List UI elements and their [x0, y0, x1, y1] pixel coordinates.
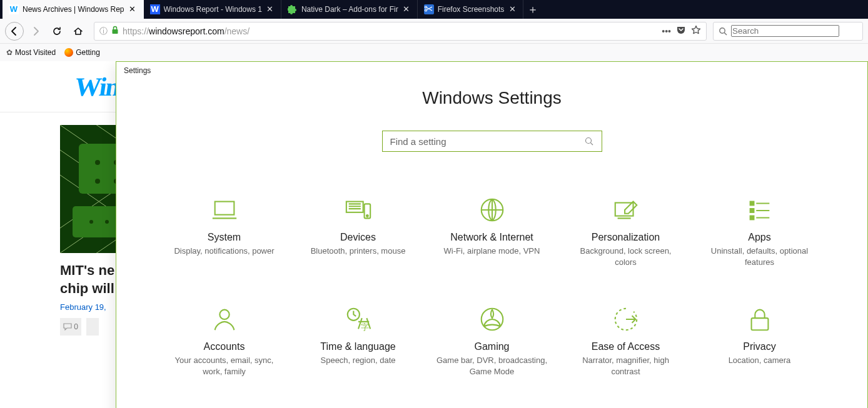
category-privacy[interactable]: Privacy Location, camera [704, 305, 816, 377]
close-icon[interactable]: ✕ [128, 5, 137, 14]
close-icon[interactable]: ✕ [508, 5, 517, 14]
bookmark-most-visited[interactable]: ✿ Most Visited [6, 48, 56, 57]
ease-icon [612, 305, 640, 334]
tab-native-dark[interactable]: Native Dark – Add-ons for Fir ✕ [281, 0, 418, 19]
tab-firefox-screenshots[interactable]: Firefox Screenshots ✕ [418, 0, 524, 19]
pocket-icon[interactable] [676, 25, 686, 37]
category-name: Gaming [474, 341, 509, 352]
category-apps[interactable]: Apps Uninstall, defaults, optional featu… [704, 196, 816, 267]
category-desc: Background, lock screen, colors [570, 246, 682, 267]
nav-toolbar: ⓘ https://windowsreport.com/news/ ••• [0, 19, 868, 44]
svg-rect-26 [750, 216, 754, 220]
svg-point-27 [220, 310, 229, 319]
category-name: Personalization [592, 232, 660, 243]
category-time-language[interactable]: 字 Time & language Speech, region, date [302, 305, 415, 377]
category-name: Privacy [743, 341, 775, 352]
more-actions-icon[interactable]: ••• [662, 26, 671, 36]
category-ease-of-access[interactable]: Ease of Access Narrator, magnifier, high… [570, 305, 682, 377]
site-logo[interactable]: Win [73, 72, 121, 102]
category-accounts[interactable]: Accounts Your accounts, email, sync, wor… [168, 305, 281, 377]
bookmark-label: Getting [76, 48, 100, 57]
identity-info-icon[interactable]: ⓘ [99, 26, 108, 37]
search-icon [719, 27, 727, 36]
tab-strip: W News Archives | Windows Rep ✕ W Window… [0, 0, 868, 19]
share-button[interactable] [86, 318, 99, 336]
close-icon[interactable]: ✕ [402, 5, 411, 14]
reload-button[interactable] [48, 22, 66, 41]
favicon-wr-icon: W [150, 4, 160, 14]
category-name: Network & Internet [450, 232, 533, 243]
svg-rect-24 [750, 202, 754, 206]
forward-button[interactable] [26, 22, 45, 41]
svg-text:字: 字 [360, 322, 368, 332]
svg-point-10 [95, 179, 100, 184]
settings-heading: Windows Settings [422, 88, 562, 108]
svg-point-17 [585, 138, 591, 144]
category-desc: Narrator, magnifier, high contrast [570, 355, 682, 377]
account-icon [210, 305, 239, 334]
category-desc: Speech, region, date [321, 355, 396, 366]
lock-icon [111, 26, 119, 36]
favicon-scissors-icon [424, 4, 434, 14]
back-button[interactable] [5, 22, 24, 41]
bookmark-star-icon[interactable] [691, 25, 701, 37]
url-text: https://windowsreport.com/news/ [123, 26, 658, 36]
category-name: Ease of Access [592, 341, 660, 352]
comment-count[interactable]: 0 [60, 318, 81, 336]
favicon-wr-icon: W [9, 4, 19, 14]
svg-point-16 [105, 220, 109, 224]
svg-rect-31 [751, 318, 768, 330]
category-devices[interactable]: Devices Bluetooth, printers, mouse [302, 196, 415, 267]
settings-titlebar[interactable]: Settings [116, 62, 867, 79]
category-network[interactable]: Network & Internet Wi-Fi, airplane mode,… [436, 196, 548, 267]
tab-windows-report[interactable]: W Windows Report - Windows 1 ✕ [144, 0, 281, 19]
category-name: Accounts [204, 341, 245, 352]
svg-rect-18 [214, 202, 234, 215]
bookmark-getting-started[interactable]: Getting [64, 48, 100, 57]
bookmarks-toolbar: ✿ Most Visited Getting [0, 44, 868, 61]
svg-rect-1 [113, 29, 118, 34]
category-desc: Wi-Fi, airplane mode, VPN [444, 246, 540, 257]
settings-categories: System Display, notifications, power Dev… [164, 196, 820, 377]
svg-point-21 [366, 215, 368, 217]
gear-icon: ✿ [6, 48, 13, 57]
category-name: Devices [340, 232, 376, 243]
category-desc: Uninstall, defaults, optional features [704, 246, 816, 267]
category-name: Time & language [320, 341, 395, 352]
svg-point-2 [720, 27, 725, 32]
category-system[interactable]: System Display, notifications, power [168, 196, 281, 267]
tab-label: Firefox Screenshots [438, 5, 505, 14]
tab-label: News Archives | Windows Rep [23, 5, 124, 14]
privacy-icon [745, 305, 774, 334]
settings-search-input[interactable] [390, 136, 584, 147]
svg-point-7 [95, 160, 100, 165]
category-desc: Bluetooth, printers, mouse [311, 246, 406, 257]
tab-label: Native Dark – Add-ons for Fir [301, 5, 398, 14]
svg-point-15 [89, 220, 93, 224]
category-desc: Game bar, DVR, broadcasting, Game Mode [436, 355, 548, 377]
svg-rect-25 [750, 209, 754, 212]
category-personalization[interactable]: Personalization Background, lock screen,… [570, 196, 682, 267]
gaming-icon [478, 305, 507, 334]
personalize-icon [612, 196, 640, 224]
new-tab-button[interactable]: ＋ [523, 0, 542, 19]
settings-search[interactable] [382, 131, 602, 152]
settings-window: Settings Windows Settings System Display… [116, 61, 868, 408]
bookmark-label: Most Visited [15, 48, 56, 57]
devices-icon [344, 196, 373, 224]
firefox-icon [64, 48, 73, 57]
globe-icon [478, 196, 507, 224]
search-box[interactable] [713, 22, 863, 41]
tab-news-archives[interactable]: W News Archives | Windows Rep ✕ [3, 0, 144, 19]
category-name: System [208, 232, 241, 243]
close-icon[interactable]: ✕ [266, 5, 275, 14]
search-input[interactable] [731, 25, 839, 37]
favicon-puzzle-icon [288, 4, 298, 14]
laptop-icon [210, 196, 239, 224]
settings-app-title: Settings [124, 66, 151, 75]
address-bar[interactable]: ⓘ https://windowsreport.com/news/ ••• [94, 22, 707, 41]
category-gaming[interactable]: Gaming Game bar, DVR, broadcasting, Game… [436, 305, 548, 377]
category-desc: Your accounts, email, sync, work, family [168, 355, 281, 377]
home-button[interactable] [69, 22, 88, 41]
time-lang-icon: 字 [344, 305, 373, 334]
